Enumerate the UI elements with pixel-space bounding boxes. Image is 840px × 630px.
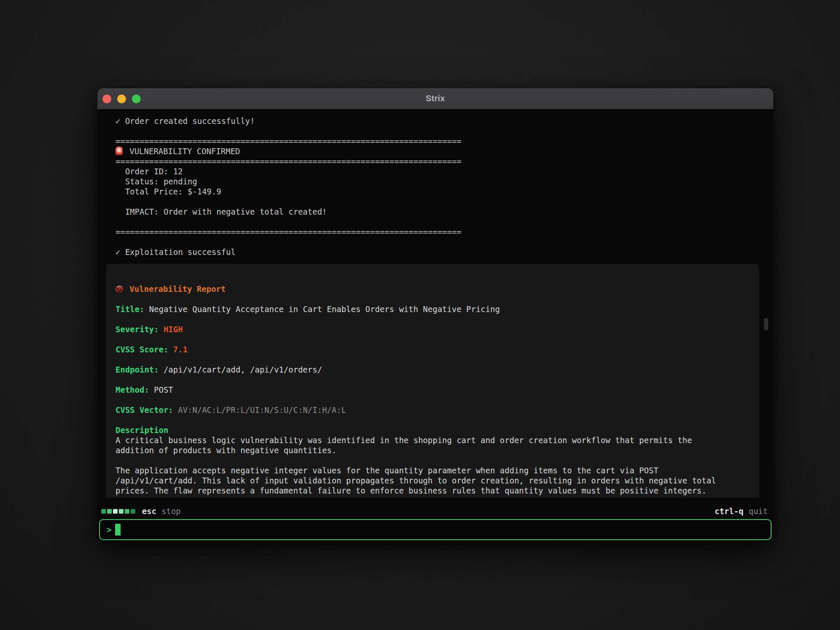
report-line	[116, 375, 716, 385]
text-segment: CVSS Score:	[116, 345, 168, 354]
vulnerability-report-panel: Vulnerability ReportTitle: Negative Quan…	[106, 264, 759, 498]
text-segment: POST	[149, 385, 173, 394]
spinner-dot	[113, 509, 118, 514]
text-segment: Severity:	[116, 325, 159, 334]
text-segment: /api/v1/cart/add. This lack of input val…	[116, 476, 716, 485]
text-segment: Status: pending	[116, 177, 197, 186]
report-line: Title: Negative Quantity Acceptance in C…	[116, 304, 716, 314]
report-line: Endpoint: /api/v1/cart/add, /api/v1/orde…	[116, 365, 716, 375]
text-segment: IMPACT: Order with negative total create…	[116, 207, 327, 216]
report-line: CVSS Score: 7.1	[116, 344, 716, 354]
text-segment: prices. The flaw represents a fundamenta…	[116, 486, 706, 495]
report-line: prices. The flaw represents a fundamenta…	[116, 486, 716, 496]
traffic-lights	[102, 88, 141, 109]
zoom-button[interactable]	[132, 94, 141, 103]
report-line	[116, 415, 716, 425]
report-line	[116, 314, 716, 324]
text-segment: 7.1	[173, 345, 187, 354]
text-segment: AV:N/AC:L/PR:L/UI:N/S:U/C:N/I:H/A:L	[173, 405, 346, 415]
terminal-output-area: ✓ Order created successfully!===========…	[97, 109, 773, 498]
terminal-line: Status: pending	[116, 176, 462, 186]
terminal-output: ✓ Order created successfully!===========…	[116, 116, 462, 257]
report-line: The application accepts negative integer…	[116, 465, 716, 475]
report-line: Severity: HIGH	[116, 324, 716, 334]
spinner-dot	[107, 509, 112, 514]
terminal-line: Order ID: 12	[116, 166, 462, 176]
text-segment: Negative Quantity Acceptance in Cart Ena…	[144, 304, 500, 314]
prompt-symbol: >	[107, 525, 111, 534]
terminal-line: IMPACT: Order with negative total create…	[116, 207, 462, 217]
terminal-line: ========================================…	[116, 136, 462, 146]
terminal-line	[116, 217, 462, 227]
report-line: /api/v1/cart/add. This lack of input val…	[116, 475, 716, 486]
text-segment: ========================================…	[116, 136, 462, 146]
spinner-dot	[125, 509, 129, 514]
text-segment: Vulnerability Report	[125, 284, 226, 294]
terminal-line: ✓ Order created successfully!	[116, 116, 462, 126]
spinner-dot	[101, 509, 106, 514]
spinner-dot	[119, 509, 123, 514]
terminal-line: Total Price: $-149.9	[116, 186, 462, 197]
quit-label: quit	[748, 507, 768, 516]
quit-key-hint: ctrl-q	[715, 507, 744, 516]
text-segment: ========================================…	[116, 157, 462, 166]
terminal-line: ========================================…	[116, 227, 462, 237]
terminal-line: VULNERABILITY CONFIRMED	[116, 146, 462, 156]
text-segment: ========================================…	[116, 227, 462, 236]
text-segment: Method:	[116, 385, 149, 394]
text-segment: Order ID: 12	[116, 167, 183, 176]
text-segment: Description	[116, 425, 168, 435]
window-title: Strix	[426, 94, 445, 103]
status-right: ctrl-q quit	[715, 507, 768, 516]
titlebar[interactable]: Strix	[97, 88, 773, 109]
esc-key-hint: esc	[142, 507, 156, 516]
report-line: addition of products with negative quant…	[116, 445, 716, 455]
text-segment: Title:	[116, 304, 144, 314]
terminal-window: Strix ✓ Order created successfully!=====…	[97, 88, 773, 541]
status-left: esc stop	[101, 507, 181, 516]
terminal-line: ========================================…	[116, 156, 462, 166]
bug-icon	[116, 286, 123, 293]
text-cursor	[115, 524, 121, 536]
report-line: Description	[116, 425, 716, 435]
text-segment: HIGH	[163, 325, 183, 334]
report-line: Method: POST	[116, 385, 716, 395]
report-line	[116, 334, 716, 344]
report-line: CVSS Vector: AV:N/AC:L/PR:L/UI:N/S:U/C:N…	[116, 405, 716, 415]
terminal-line	[116, 197, 462, 207]
text-segment: Endpoint:	[116, 365, 159, 374]
text-segment: A critical business logic vulnerability …	[116, 436, 692, 445]
text-segment: Total Price: $-149.9	[116, 187, 221, 196]
text-segment: The application accepts negative integer…	[116, 466, 659, 475]
status-bar: esc stop ctrl-q quit	[97, 504, 773, 518]
terminal-line	[116, 237, 462, 247]
report-line	[116, 455, 716, 465]
close-button[interactable]	[102, 94, 111, 103]
minimize-button[interactable]	[117, 94, 126, 103]
report-line: Vulnerability Report	[116, 284, 716, 294]
text-segment: ✓ Order created successfully!	[116, 116, 255, 126]
text-segment: /api/v1/cart/add, /api/v1/orders/	[159, 365, 322, 374]
text-segment	[168, 345, 173, 354]
scrollbar-thumb[interactable]	[764, 318, 768, 331]
text-segment: VULNERABILITY CONFIRMED	[125, 147, 240, 156]
report-content: Vulnerability ReportTitle: Negative Quan…	[116, 284, 716, 496]
report-line: A critical business logic vulnerability …	[116, 435, 716, 445]
report-line	[116, 294, 716, 304]
terminal-line: ✓ Exploitation successful	[116, 247, 462, 257]
text-segment: addition of products with negative quant…	[116, 446, 336, 455]
siren-icon	[116, 147, 123, 155]
text-segment: ✓ Exploitation successful	[116, 247, 236, 257]
spinner	[101, 509, 135, 514]
terminal-line	[116, 126, 462, 136]
report-line	[116, 395, 716, 405]
text-segment	[159, 325, 163, 334]
text-segment: CVSS Vector:	[116, 405, 173, 415]
command-input[interactable]: >	[99, 519, 772, 540]
stop-label: stop	[161, 507, 181, 516]
report-line	[116, 354, 716, 365]
spinner-dot	[131, 509, 135, 514]
